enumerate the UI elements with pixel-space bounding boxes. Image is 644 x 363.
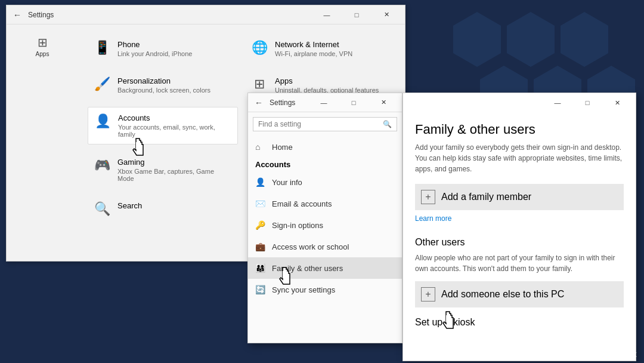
apps-label: Apps [36, 51, 49, 57]
network-text: Network & Internet Wi-Fi, airplane mode,… [275, 40, 352, 57]
nav-signin-options[interactable]: 🔑 Sign-in options [248, 214, 402, 236]
gaming-desc: Xbox Game Bar, captures, Game Mode [117, 168, 232, 182]
personalization-title: Personalization [117, 76, 210, 85]
third-settings-window: — □ ✕ Family & other users Add your fami… [402, 93, 636, 361]
second-back-button[interactable]: ← [253, 97, 265, 109]
second-close-button[interactable]: ✕ [370, 93, 397, 112]
main-window-controls: — □ ✕ [313, 5, 400, 24]
add-someone-label: Add someone else to this PC [441, 289, 564, 300]
third-content: Family & other users Add your family so … [403, 112, 636, 361]
third-close-button[interactable]: ✕ [603, 93, 631, 112]
add-family-plus-icon: + [421, 190, 435, 204]
add-someone-plus-icon: + [421, 287, 435, 302]
main-sidebar: ⊞ Apps [7, 24, 78, 261]
access-work-label: Access work or school [272, 242, 349, 251]
third-maximize-button[interactable]: □ [574, 93, 601, 112]
your-info-icon: 👤 [255, 177, 266, 187]
third-titlebar: — □ ✕ [403, 93, 636, 112]
email-accounts-label: Email & accounts [272, 199, 332, 208]
panel-description: Add your family so everybody gets their … [415, 142, 624, 174]
apps-grid-icon: ⊞ [251, 76, 268, 92]
panel-title: Family & other users [415, 122, 624, 137]
home-label: Home [272, 143, 293, 152]
apps-title: Apps [275, 76, 379, 85]
sidebar-item-apps[interactable]: ⊞ Apps [7, 30, 78, 62]
nav-access-work[interactable]: 💼 Access work or school [248, 236, 402, 257]
network-title: Network & Internet [275, 40, 352, 49]
signin-options-label: Sign-in options [272, 221, 323, 230]
gaming-title: Gaming [117, 158, 232, 167]
nav-family-users[interactable]: 👨‍👩‍👧 Family & other users [248, 257, 402, 279]
search-title: Search [117, 201, 142, 210]
accounts-text: Accounts Your accounts, email, sync, wor… [118, 113, 231, 138]
third-minimize-button[interactable]: — [544, 93, 571, 112]
network-icon: 🌐 [251, 40, 268, 56]
signin-options-icon: 🔑 [255, 220, 266, 230]
accounts-desc: Your accounts, email, sync, work, family [118, 124, 231, 138]
watermark: UGOTFIX [608, 351, 637, 358]
main-maximize-button[interactable]: □ [343, 5, 370, 24]
sync-settings-icon: 🔄 [255, 285, 266, 294]
home-icon: ⌂ [255, 142, 266, 152]
add-someone-button[interactable]: + Add someone else to this PC [415, 281, 624, 307]
second-window-controls: — □ ✕ [310, 93, 397, 112]
personalization-text: Personalization Background, lock screen,… [117, 76, 210, 94]
family-users-label: Family & other users [272, 264, 343, 273]
add-family-label: Add a family member [441, 192, 531, 202]
gaming-icon: 🎮 [94, 158, 110, 173]
other-users-description: Allow people who are not part of your fa… [415, 253, 624, 274]
settings-search-input[interactable] [258, 120, 379, 128]
main-titlebar: ← Settings — □ ✕ [7, 5, 405, 24]
second-settings-window: ← Settings — □ ✕ 🔍 ⌂ Home Accounts 👤 You… [247, 93, 402, 343]
accounts-title: Accounts [118, 113, 231, 122]
access-work-icon: 💼 [255, 242, 266, 251]
phone-desc: Link your Android, iPhone [117, 50, 192, 57]
search-icon: 🔍 [94, 201, 110, 217]
apps-icon: ⊞ [38, 35, 48, 50]
add-family-member-button[interactable]: + Add a family member [415, 184, 624, 210]
other-users-subtitle: Other users [415, 237, 624, 248]
nav-your-info[interactable]: 👤 Your info [248, 171, 402, 193]
nav-sync-settings[interactable]: 🔄 Sync your settings [248, 279, 402, 300]
phone-icon: 📱 [94, 40, 110, 56]
settings-item-search[interactable]: 🔍 Search [88, 195, 238, 223]
nav-email-accounts[interactable]: ✉️ Email & accounts [248, 193, 402, 214]
accounts-section-title: Accounts [248, 158, 402, 171]
family-users-icon: 👨‍👩‍👧 [255, 263, 266, 273]
second-titlebar: ← Settings — □ ✕ [248, 93, 402, 112]
main-window-title: Settings [28, 11, 54, 19]
main-minimize-button[interactable]: — [313, 5, 340, 24]
search-text: Search [117, 201, 142, 210]
network-desc: Wi-Fi, airplane mode, VPN [275, 50, 352, 57]
learn-more-link[interactable]: Learn more [415, 214, 451, 223]
home-nav-item[interactable]: ⌂ Home [248, 136, 402, 158]
settings-item-network[interactable]: 🌐 Network & Internet Wi-Fi, airplane mod… [245, 34, 395, 63]
gaming-text: Gaming Xbox Game Bar, captures, Game Mod… [117, 158, 232, 182]
settings-item-personalization[interactable]: 🖌️ Personalization Background, lock scre… [88, 70, 238, 100]
email-accounts-icon: ✉️ [255, 199, 266, 208]
kiosk-title: Set up a kiosk [415, 317, 624, 328]
main-close-button[interactable]: ✕ [373, 5, 400, 24]
your-info-label: Your info [272, 178, 302, 187]
accounts-icon: 👤 [94, 113, 111, 129]
settings-item-gaming[interactable]: 🎮 Gaming Xbox Game Bar, captures, Game M… [88, 152, 238, 188]
settings-item-accounts[interactable]: 👤 Accounts Your accounts, email, sync, w… [88, 107, 238, 144]
third-window-controls: — □ ✕ [544, 93, 631, 112]
personalization-icon: 🖌️ [94, 76, 110, 92]
search-magnifier-icon: 🔍 [383, 120, 392, 128]
second-window-body: 🔍 ⌂ Home Accounts 👤 Your info ✉️ Email &… [248, 112, 402, 343]
second-window-title: Settings [270, 99, 295, 107]
phone-text: Phone Link your Android, iPhone [117, 40, 192, 57]
settings-search-box[interactable]: 🔍 [253, 117, 397, 131]
phone-title: Phone [117, 40, 192, 49]
second-maximize-button[interactable]: □ [340, 93, 367, 112]
second-minimize-button[interactable]: — [310, 93, 338, 112]
personalization-desc: Background, lock screen, colors [117, 87, 210, 94]
sync-settings-label: Sync your settings [272, 285, 335, 294]
main-back-button[interactable]: ← [11, 9, 23, 21]
apps-text: Apps Uninstall, defaults, optional featu… [275, 76, 379, 94]
settings-item-phone[interactable]: 📱 Phone Link your Android, iPhone [88, 34, 238, 63]
